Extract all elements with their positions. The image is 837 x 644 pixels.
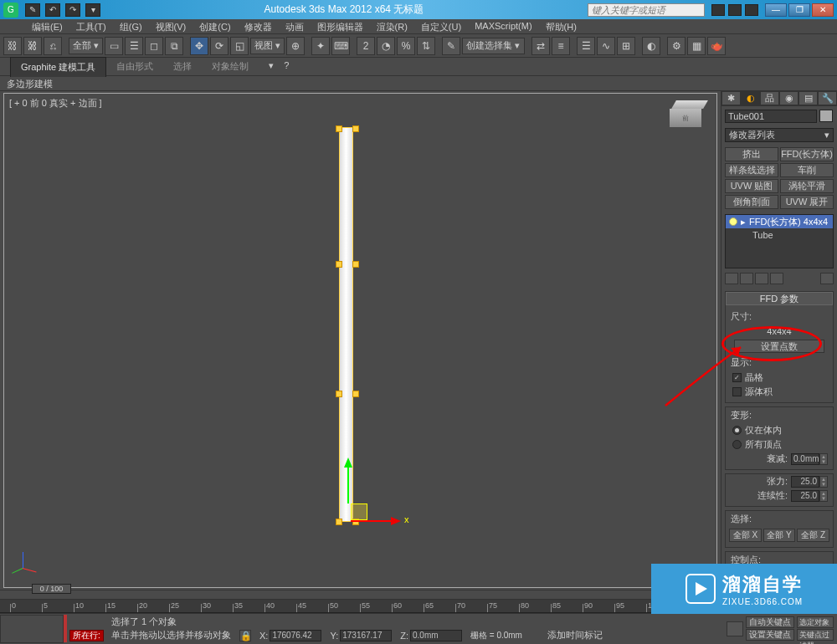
panel-tab-create-icon[interactable]: ✱ bbox=[721, 91, 741, 105]
menu-maxscript[interactable]: MAXScript(M) bbox=[468, 19, 538, 33]
z-coord-input[interactable]: 0.0mm bbox=[410, 630, 462, 641]
render-frame-icon[interactable]: ▦ bbox=[687, 37, 706, 55]
select-name-icon[interactable]: ☰ bbox=[125, 37, 143, 55]
panel-tab-utilities-icon[interactable]: 🔧 bbox=[818, 91, 837, 105]
ffd-handle[interactable] bbox=[336, 519, 342, 525]
mod-btn-lathe[interactable]: 车削 bbox=[780, 163, 834, 177]
show-end-icon[interactable] bbox=[740, 273, 753, 284]
ffd-handle[interactable] bbox=[336, 391, 342, 397]
key-filters-button[interactable]: 关键点过滤器 bbox=[797, 629, 834, 641]
minimize-button[interactable]: — bbox=[765, 3, 787, 17]
ffd-handle[interactable] bbox=[352, 391, 359, 397]
ffd-handle[interactable] bbox=[336, 261, 342, 268]
sel-all-x-button[interactable]: 全部 X bbox=[729, 529, 762, 542]
ribbon-tab-graphite[interactable]: Graphite 建模工具 bbox=[10, 57, 106, 77]
panel-tab-display-icon[interactable]: ▤ bbox=[798, 91, 818, 105]
select-region-icon[interactable]: ◻ bbox=[145, 37, 163, 55]
ffd-handle[interactable] bbox=[352, 261, 359, 268]
mod-btn-turbosmooth[interactable]: 涡轮平滑 bbox=[780, 179, 834, 193]
menu-animation[interactable]: 动画 bbox=[279, 19, 311, 33]
configure-sets-icon[interactable] bbox=[820, 273, 834, 284]
selection-filter-drop[interactable]: 全部 ▾ bbox=[69, 38, 103, 54]
menu-group[interactable]: 组(G) bbox=[113, 19, 149, 33]
stack-item-tube[interactable]: Tube bbox=[726, 228, 833, 242]
help-icon[interactable] bbox=[745, 4, 758, 16]
mod-btn-bevelprofile[interactable]: 倒角剖面 bbox=[725, 195, 778, 209]
mod-btn-extrude[interactable]: 挤出 bbox=[725, 147, 778, 161]
bind-icon[interactable]: ⎌ bbox=[44, 37, 62, 55]
expand-icon[interactable]: ▸ bbox=[741, 217, 746, 227]
source-checkbox[interactable] bbox=[732, 387, 742, 396]
script-listener-button[interactable]: 所在行: bbox=[69, 630, 104, 641]
ribbon-tab-freeform[interactable]: 自由形式 bbox=[106, 57, 163, 76]
falloff-spinner[interactable]: 0.0mm bbox=[791, 453, 819, 465]
ffd-handle[interactable] bbox=[352, 125, 359, 132]
qat-new-icon[interactable]: ✎ bbox=[25, 3, 40, 17]
select-icon[interactable]: ▭ bbox=[105, 37, 123, 55]
edit-selset-icon[interactable]: ✎ bbox=[442, 37, 460, 55]
link-icon[interactable]: ⛓ bbox=[3, 37, 22, 55]
curve-editor-icon[interactable]: ∿ bbox=[597, 37, 615, 55]
infocenter-icon[interactable] bbox=[711, 4, 725, 16]
continuity-spinner[interactable]: 25.0 bbox=[791, 490, 819, 502]
ribbon-panel-label[interactable]: 多边形建模 bbox=[0, 76, 837, 91]
object-color-swatch[interactable] bbox=[819, 110, 833, 122]
mod-btn-splinesel[interactable]: 样条线选择 bbox=[725, 163, 778, 177]
rotate-icon[interactable]: ⟳ bbox=[210, 37, 229, 55]
ribbon-tab-objectpaint[interactable]: 对象绘制 bbox=[202, 57, 259, 76]
menu-views[interactable]: 视图(V) bbox=[149, 19, 193, 33]
pivot-icon[interactable]: ⊕ bbox=[286, 37, 305, 55]
ffd-handle[interactable] bbox=[336, 125, 342, 132]
panel-tab-modify-icon[interactable]: ◐ bbox=[741, 91, 760, 105]
add-time-tag-button[interactable]: 添加时间标记 bbox=[547, 629, 603, 641]
pin-stack-icon[interactable] bbox=[725, 273, 738, 284]
rollout-header[interactable]: FFD 参数 bbox=[726, 292, 833, 305]
panel-tab-motion-icon[interactable]: ◉ bbox=[779, 91, 798, 105]
make-unique-icon[interactable] bbox=[755, 273, 768, 284]
tension-spinner[interactable]: 25.0 bbox=[791, 476, 819, 488]
snap-angle-icon[interactable]: ◔ bbox=[377, 37, 395, 55]
bulb-icon[interactable] bbox=[729, 217, 737, 226]
schematic-icon[interactable]: ⊞ bbox=[617, 37, 635, 55]
modifier-list-drop[interactable]: 修改器列表▾ bbox=[725, 128, 834, 142]
ribbon-help-icon[interactable]: ? bbox=[284, 60, 297, 74]
align-icon[interactable]: ≡ bbox=[552, 37, 570, 55]
time-slider[interactable]: 0 / 100 bbox=[32, 584, 71, 594]
snap-2d-icon[interactable]: 2 bbox=[357, 37, 375, 55]
window-crossing-icon[interactable]: ⧉ bbox=[165, 37, 183, 55]
stack-item-ffd[interactable]: ▸ FFD(长方体) 4x4x4 bbox=[726, 215, 833, 228]
menu-modifiers[interactable]: 修改器 bbox=[238, 19, 279, 33]
lattice-checkbox[interactable]: ✓ bbox=[732, 373, 742, 382]
lock-selection-icon[interactable]: 🔒 bbox=[239, 630, 251, 641]
autokey-button[interactable]: 自动关键点 bbox=[746, 616, 794, 628]
select-manip-icon[interactable]: ✦ bbox=[311, 37, 330, 55]
qat-more-icon[interactable]: ▾ bbox=[85, 3, 100, 17]
snap-spinner-icon[interactable]: ⇅ bbox=[417, 37, 435, 55]
named-selset-drop[interactable]: 创建选择集 ▾ bbox=[462, 38, 525, 54]
mod-btn-ffdbox[interactable]: FFD(长方体) bbox=[780, 147, 834, 161]
viewport[interactable]: [ + 0 前 0 真实 + 边面 ] 前 x bbox=[3, 93, 717, 588]
setkey-button[interactable]: 设置关键点 bbox=[746, 629, 794, 641]
scale-icon[interactable]: ◱ bbox=[230, 37, 249, 55]
menu-customize[interactable]: 自定义(U) bbox=[414, 19, 468, 33]
maximize-button[interactable]: ❐ bbox=[788, 3, 810, 17]
unlink-icon[interactable]: ⛓̸ bbox=[23, 37, 42, 55]
menu-tools[interactable]: 工具(T) bbox=[69, 19, 113, 33]
qat-redo-icon[interactable]: ↷ bbox=[65, 3, 80, 17]
allverts-radio[interactable] bbox=[732, 440, 742, 449]
menu-grapheditors[interactable]: 图形编辑器 bbox=[311, 19, 370, 33]
viewcube[interactable]: 前 bbox=[670, 100, 701, 125]
render-icon[interactable]: 🫖 bbox=[707, 37, 726, 55]
viewport-label[interactable]: [ + 0 前 0 真实 + 边面 ] bbox=[9, 97, 102, 110]
keyboard-icon[interactable]: ⌨ bbox=[331, 37, 350, 55]
render-setup-icon[interactable]: ⚙ bbox=[667, 37, 686, 55]
menu-rendering[interactable]: 渲染(R) bbox=[370, 19, 414, 33]
panel-tab-hierarchy-icon[interactable]: 品 bbox=[760, 91, 779, 105]
set-points-button[interactable]: 设置点数 bbox=[734, 340, 824, 353]
app-icon[interactable]: G bbox=[3, 3, 18, 18]
modifier-stack[interactable]: ▸ FFD(长方体) 4x4x4 Tube bbox=[725, 214, 834, 268]
menu-create[interactable]: 创建(C) bbox=[193, 19, 237, 33]
mod-btn-uvwunwrap[interactable]: UVW 展开 bbox=[780, 195, 834, 209]
remove-mod-icon[interactable] bbox=[770, 273, 783, 284]
y-coord-input[interactable]: 173167.17 bbox=[340, 630, 392, 641]
